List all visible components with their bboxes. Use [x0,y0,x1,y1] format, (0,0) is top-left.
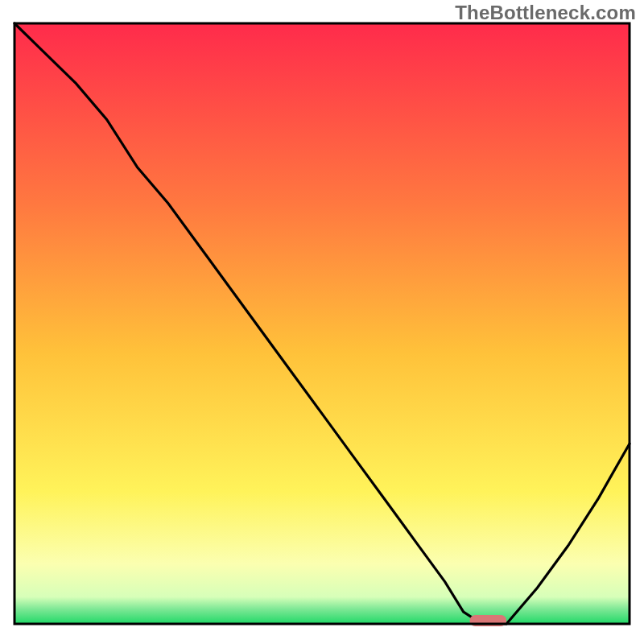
plot-gradient [14,23,630,624]
bottleneck-chart [0,0,644,644]
chart-stage: TheBottleneck.com [0,0,644,644]
